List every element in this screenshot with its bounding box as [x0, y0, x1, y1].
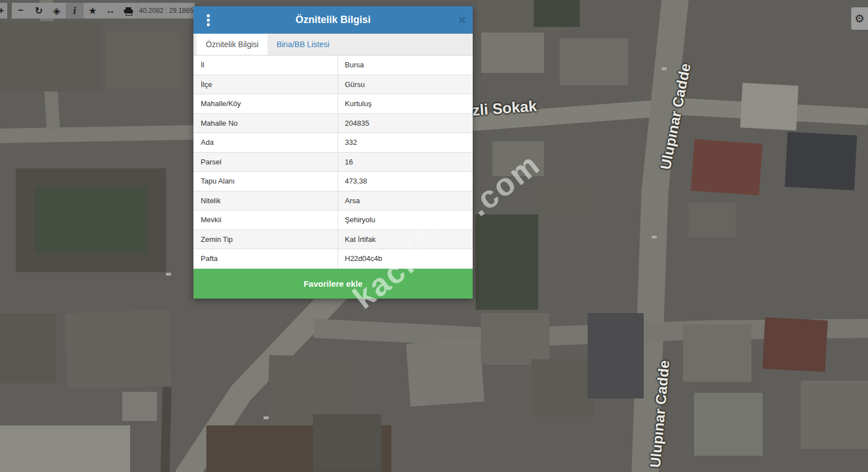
row-label: İl: [193, 56, 338, 75]
row-value: Şehiryolu: [338, 210, 473, 230]
table-row: Tapu Alanı 473,38: [193, 172, 473, 191]
row-value: Gürsu: [338, 75, 473, 94]
printer-icon: [124, 7, 133, 15]
row-value: 332: [338, 133, 473, 152]
print-button[interactable]: [119, 3, 137, 19]
refresh-button[interactable]: ↻: [30, 3, 48, 19]
row-label: Zemin Tip: [193, 230, 338, 249]
dialog-header: Öznitelik Bilgisi ×: [193, 6, 473, 34]
table-row: Parsel 16: [193, 153, 473, 172]
crosshair-icon: ◈: [53, 5, 60, 17]
table-row: Mahalle/Köy Kurtuluş: [193, 94, 473, 114]
row-value: Arsa: [338, 191, 473, 210]
zoom-in-button[interactable]: +: [0, 3, 7, 19]
row-value: 473,38: [338, 172, 473, 191]
plus-icon: +: [0, 5, 4, 16]
row-label: Nitelik: [193, 191, 338, 210]
row-label: İlçe: [193, 75, 338, 94]
row-label: Ada: [193, 133, 338, 152]
row-label: Mevkii: [193, 210, 338, 230]
row-value: Bursa: [338, 56, 473, 75]
favorites-button[interactable]: ★: [84, 3, 101, 19]
zoom-out-button[interactable]: −: [12, 3, 30, 19]
table-row: Mevkii Şehiryolu: [193, 210, 473, 230]
settings-button[interactable]: ⚙: [851, 7, 868, 30]
dialog-title: Öznitelik Bilgisi: [193, 14, 473, 26]
row-value: 204835: [338, 114, 473, 133]
coordinates-readout: 40.2082 : 29.1865: [137, 3, 195, 19]
close-icon[interactable]: ×: [458, 13, 466, 27]
measure-button[interactable]: ↔: [101, 3, 119, 19]
add-to-favorites-button[interactable]: Favorilere ekle: [193, 269, 473, 299]
table-row: Zemin Tip Kat İrtifak: [193, 230, 473, 250]
refresh-icon: ↻: [35, 5, 43, 17]
row-value: Kurtuluş: [338, 94, 473, 113]
table-row: Nitelik Arsa: [193, 191, 473, 211]
identify-info-button[interactable]: i: [66, 3, 84, 19]
tab-bina-bb-listesi[interactable]: Bina/BB Listesi: [267, 34, 338, 55]
row-label: Parsel: [193, 153, 338, 172]
table-row: İlçe Gürsu: [193, 75, 473, 95]
row-label: Tapu Alanı: [193, 172, 338, 191]
kebab-menu-icon[interactable]: [205, 12, 212, 28]
gear-icon: ⚙: [855, 12, 865, 25]
row-value: Kat İrtifak: [338, 230, 473, 249]
attribute-table: İl Bursa İlçe Gürsu Mahalle/Köy Kurtuluş…: [193, 56, 473, 269]
star-icon: ★: [88, 5, 96, 17]
left-right-arrow-icon: ↔: [106, 5, 116, 16]
table-row: Pafta H22d04c4b: [193, 249, 473, 269]
minus-icon: −: [18, 5, 24, 16]
map-toolbar: + − ↻ ◈ i ★ ↔ 40.2082 : 29.1865: [0, 3, 195, 19]
row-label: Mahalle/Köy: [193, 94, 338, 113]
table-row: İl Bursa: [193, 56, 473, 75]
table-row: Mahalle No 204835: [193, 114, 473, 134]
info-icon: i: [73, 5, 76, 17]
row-value: 16: [338, 153, 473, 172]
crosshair-button[interactable]: ◈: [48, 3, 66, 19]
tab-oznitelik-bilgisi[interactable]: Öznitelik Bilgisi: [197, 34, 267, 55]
attribute-info-dialog: Öznitelik Bilgisi × Öznitelik Bilgisi Bi…: [193, 6, 473, 299]
dialog-tabs: Öznitelik Bilgisi Bina/BB Listesi: [193, 34, 473, 56]
row-label: Pafta: [193, 249, 338, 268]
row-label: Mahalle No: [193, 114, 338, 133]
table-row: Ada 332: [193, 133, 473, 153]
row-value: H22d04c4b: [338, 249, 473, 268]
